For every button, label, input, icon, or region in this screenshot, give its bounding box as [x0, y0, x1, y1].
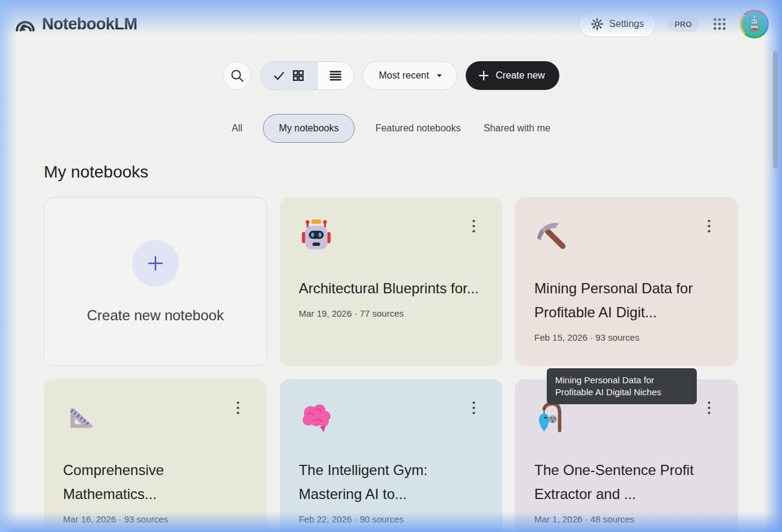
pickaxe-icon — [534, 219, 569, 254]
kebab-icon — [708, 220, 711, 233]
notebook-title-tooltip: Mining Personal Data for Profitable AI D… — [547, 368, 697, 404]
tab-shared-with-me[interactable]: Shared with me — [481, 114, 553, 143]
kebab-icon — [708, 401, 711, 414]
grid-view-segment-selected[interactable] — [260, 62, 317, 89]
notebook-card[interactable]: The Intelligent Gym: Mastering AI to... … — [280, 379, 503, 532]
notebook-meta: Feb 22, 2026 · 90 sources — [299, 514, 484, 524]
check-icon — [272, 69, 286, 82]
plus-icon — [146, 254, 164, 272]
notebook-menu-button[interactable] — [701, 217, 718, 236]
notebook-meta: Feb 15, 2026 · 93 sources — [534, 332, 719, 342]
main-content: My notebooks Create new notebook — [44, 163, 738, 532]
notebook-menu-button[interactable] — [701, 398, 718, 417]
fishing-pole-icon — [534, 401, 569, 435]
notebook-title: The One-Sentence Profit Extractor and ..… — [534, 458, 719, 506]
toolbar: Most recent Create new — [0, 61, 782, 90]
notebook-menu-button[interactable] — [230, 398, 247, 417]
robot-icon — [299, 219, 334, 254]
plus-icon — [478, 70, 490, 82]
search-button[interactable] — [223, 61, 251, 90]
notebook-meta: Mar 16, 2026 · 93 sources — [63, 514, 248, 524]
plus-circle — [132, 240, 179, 287]
create-new-notebook-card[interactable]: Create new notebook — [44, 197, 267, 366]
kebab-icon — [236, 401, 239, 414]
settings-label: Settings — [609, 19, 644, 29]
settings-button[interactable]: Settings — [579, 11, 656, 37]
notebook-card[interactable]: Comprehensive Mathematics... Mar 16, 202… — [44, 379, 267, 532]
notebook-title: Mining Personal Data for Profitable AI D… — [534, 276, 719, 324]
tab-my-notebooks[interactable]: My notebooks — [263, 114, 355, 143]
pro-badge: PRO — [667, 17, 699, 32]
create-new-label: Create new — [496, 70, 545, 81]
kebab-icon — [472, 220, 475, 233]
notebooklm-logo-icon — [14, 14, 36, 34]
page-title: My notebooks — [44, 163, 738, 182]
avatar-robot-image — [742, 11, 767, 37]
header: NotebookLM Settings PRO — [0, 0, 782, 48]
google-apps-button[interactable] — [711, 15, 729, 33]
sort-dropdown[interactable]: Most recent — [362, 61, 457, 90]
brain-icon — [299, 401, 334, 435]
create-new-button[interactable]: Create new — [466, 61, 559, 90]
sort-dropdown-label: Most recent — [379, 70, 429, 81]
notebook-card[interactable]: Architectural Blueprints for... Mar 19, … — [280, 197, 503, 366]
filter-tabs: All My notebooks Featured notebooks Shar… — [0, 114, 782, 143]
tab-featured-notebooks[interactable]: Featured notebooks — [373, 114, 463, 143]
notebook-meta: Mar 1, 2026 · 48 sources — [534, 514, 719, 524]
app-title: NotebookLM — [42, 15, 137, 34]
notebook-card[interactable]: Mining Personal Data for Profitable AI D… — [515, 197, 738, 366]
view-toggle — [260, 61, 354, 90]
gear-icon — [591, 17, 604, 31]
notebook-title: Architectural Blueprints for... — [299, 276, 484, 300]
scrollbar-thumb[interactable] — [773, 51, 778, 169]
notebook-meta: Mar 19, 2026 · 77 sources — [299, 308, 484, 318]
account-avatar[interactable] — [740, 10, 769, 38]
notebook-title: Comprehensive Mathematics... — [63, 458, 248, 506]
apps-grid-icon — [712, 16, 727, 32]
notebook-menu-button[interactable] — [465, 398, 482, 417]
brand[interactable]: NotebookLM — [14, 14, 137, 34]
notebook-grid: Create new notebook Architectural Bluepr… — [44, 197, 738, 532]
dropdown-arrow-icon — [435, 71, 444, 80]
triangle-ruler-icon — [63, 401, 98, 435]
tab-all[interactable]: All — [229, 114, 245, 143]
notebook-title: The Intelligent Gym: Mastering AI to... — [299, 458, 484, 506]
search-icon — [230, 68, 244, 83]
list-view-segment[interactable] — [317, 62, 353, 89]
kebab-icon — [472, 401, 475, 414]
list-view-icon — [328, 68, 343, 83]
notebook-menu-button[interactable] — [465, 217, 482, 236]
grid-view-icon — [292, 69, 305, 82]
create-card-label: Create new notebook — [87, 307, 224, 324]
